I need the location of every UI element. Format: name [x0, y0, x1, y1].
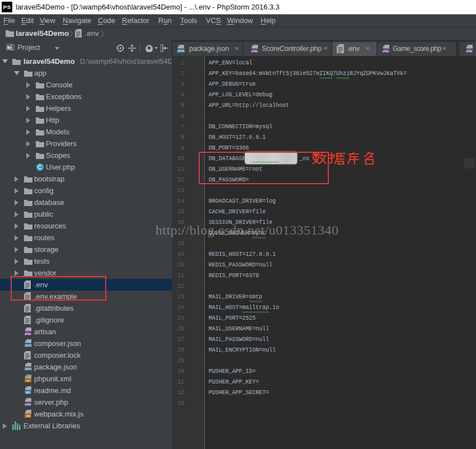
svg-text:JS: JS — [26, 414, 30, 418]
svg-text:php: php — [25, 403, 31, 406]
svg-text:MD: MD — [26, 391, 31, 394]
svg-text:php: php — [25, 332, 31, 335]
svg-text:php: php — [383, 49, 389, 53]
svg-text:JSON: JSON — [25, 344, 32, 347]
svg-text:<>: <> — [26, 379, 30, 382]
svg-text:JSON: JSON — [25, 368, 32, 371]
svg-text:php: php — [252, 49, 258, 53]
svg-text:php: php — [466, 49, 473, 53]
svg-text:JSON: JSON — [177, 49, 185, 53]
